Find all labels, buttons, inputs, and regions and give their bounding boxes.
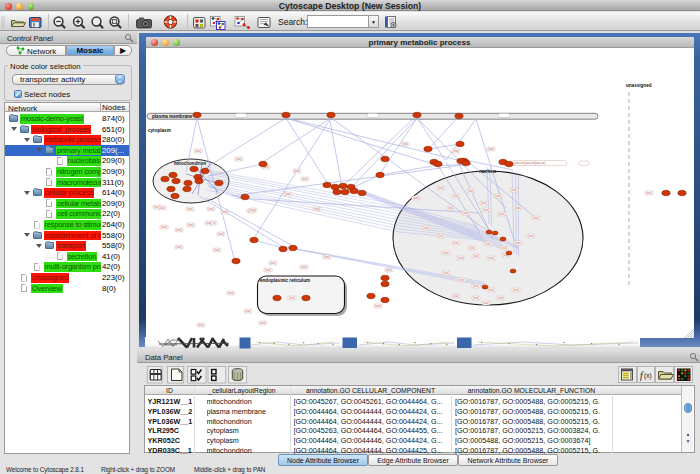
svg-text:(xxx): (xxx) [462, 211, 468, 215]
svg-text:(xxx): (xxx) [487, 288, 493, 292]
svg-text:(xxx): (xxx) [467, 189, 473, 193]
svg-text:(xxx): (xxx) [221, 210, 227, 214]
svg-text:(xxx): (xxx) [437, 186, 443, 190]
svg-text:(xxx): (xxx) [442, 251, 448, 255]
svg-text:(xxx): (xxx) [412, 196, 418, 200]
svg-text:(xxx): (xxx) [500, 246, 506, 250]
svg-text:(xxx): (xxx) [175, 228, 181, 232]
svg-text:(xxx): (xxx) [175, 245, 181, 249]
svg-text:(xxx): (xxx) [313, 207, 319, 211]
svg-text:unassigned: unassigned [626, 83, 652, 88]
svg-text:(xxx): (xxx) [512, 288, 518, 292]
svg-text:(xxx): (xxx) [457, 256, 463, 260]
svg-text:(xxx): (xxx) [269, 261, 275, 265]
svg-text:(xxx): (xxx) [213, 248, 219, 252]
svg-text:(x): (x) [644, 372, 652, 380]
svg-text:(xxx): (xxx) [187, 223, 193, 227]
svg-text:(xxx): (xxx) [235, 157, 241, 161]
svg-text:(xxx): (xxx) [249, 208, 255, 212]
svg-text:(xxx): (xxx) [472, 284, 478, 288]
svg-text:(xxx): (xxx) [205, 221, 211, 225]
svg-text:(xxx): (xxx) [472, 254, 478, 258]
svg-text:(xxx): (xxx) [442, 271, 448, 275]
svg-text:(xxx): (xxx) [487, 256, 493, 260]
svg-text:(xxx): (xxx) [300, 265, 306, 269]
svg-text:(xxx): (xxx) [452, 241, 458, 245]
svg-text:(xxx): (xxx) [437, 234, 443, 238]
svg-text:(xxx): (xxx) [468, 246, 474, 250]
svg-text:(xxx): (xxx) [532, 216, 538, 220]
svg-text:(xxx-xx)(xxx-xx)(xxx-xx): (xxx-xx)(xxx-xx)(xxx-xx) [514, 161, 546, 165]
svg-text:(xxx): (xxx) [259, 321, 265, 325]
svg-text:(xxx): (xxx) [527, 234, 533, 238]
svg-text:(xxx): (xxx) [484, 242, 490, 246]
svg-text:(xxx): (xxx) [301, 177, 307, 181]
svg-text:(xxx): (xxx) [293, 169, 299, 173]
svg-text:(xxx): (xxx) [452, 149, 458, 153]
svg-text:cytoplasm: cytoplasm [148, 128, 171, 133]
svg-text:(xxx): (xxx) [288, 296, 294, 300]
svg-text:(xxx): (xxx) [452, 194, 458, 198]
svg-text:(xxx): (xxx) [374, 304, 380, 308]
svg-text:(xxx): (xxx) [480, 201, 486, 205]
svg-text:(xxx): (xxx) [186, 207, 192, 211]
svg-text:(xxx): (xxx) [645, 191, 651, 195]
svg-text:(xxx): (xxx) [482, 301, 488, 305]
svg-text:(xxx): (xxx) [487, 147, 493, 151]
svg-text:(xxx): (xxx) [264, 268, 270, 272]
svg-text:(xxx): (xxx) [497, 296, 503, 300]
svg-text:(xxx): (xxx) [510, 188, 516, 192]
svg-text:(xxx): (xxx) [227, 291, 233, 295]
svg-text:(xxx): (xxx) [284, 192, 290, 196]
svg-text:(xxx): (xxx) [385, 268, 391, 272]
svg-text:(xxx): (xxx) [401, 142, 407, 146]
svg-text:(xxx): (xxx) [217, 232, 223, 236]
svg-text:plasma membrane: plasma membrane [152, 113, 193, 118]
svg-text:(xxx): (xxx) [472, 296, 478, 300]
svg-text:(xxx): (xxx) [158, 206, 164, 210]
svg-text:(xxx): (xxx) [482, 208, 488, 212]
svg-text:(xxx): (xxx) [422, 226, 428, 230]
svg-text:(xxx): (xxx) [452, 294, 458, 298]
svg-text:endoplasmic reticulum: endoplasmic reticulum [260, 277, 310, 282]
svg-text:(xxx): (xxx) [244, 309, 250, 313]
svg-text:(xxx): (xxx) [197, 323, 203, 327]
svg-text:(xxx): (xxx) [207, 207, 213, 211]
svg-text:(xxx): (xxx) [514, 241, 520, 245]
svg-text:(xxx): (xxx) [494, 194, 500, 198]
svg-text:(xxx): (xxx) [194, 149, 200, 153]
svg-text:(xxx): (xxx) [514, 206, 520, 210]
svg-text:(xxx): (xxx) [498, 212, 504, 216]
svg-text:(xxx): (xxx) [160, 225, 166, 229]
svg-text:(xxx): (xxx) [457, 278, 463, 282]
svg-text:(xxx): (xxx) [323, 255, 329, 259]
svg-text:(xxx): (xxx) [447, 206, 453, 210]
